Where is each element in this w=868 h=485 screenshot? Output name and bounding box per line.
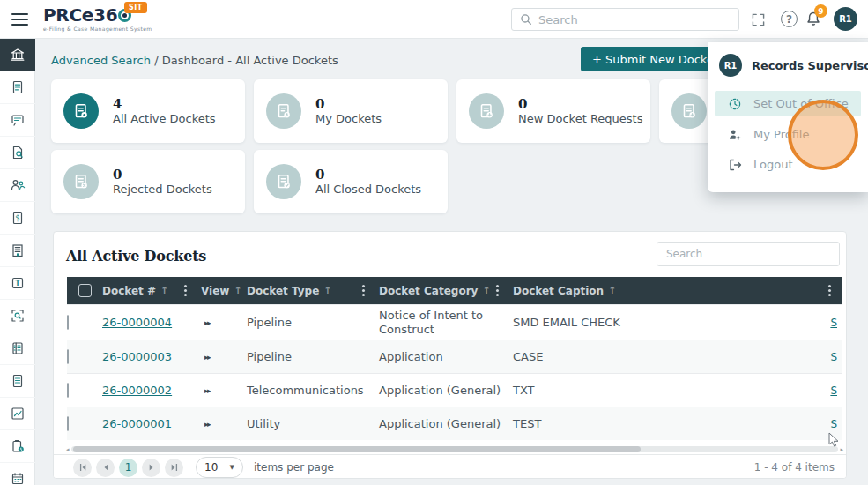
sort-asc-icon[interactable]: ↑ [160, 285, 168, 296]
select-all-checkbox[interactable] [78, 284, 92, 297]
breadcrumb: Advanced Search / Dashboard - All Active… [51, 54, 338, 67]
docket-icon [71, 101, 91, 121]
sidebar-item-users[interactable] [0, 169, 35, 202]
truncated-status-link[interactable]: S [830, 351, 837, 363]
sidebar-item-calendar[interactable] [0, 463, 35, 485]
sidebar-item-messages[interactable] [0, 104, 35, 137]
fullscreen-icon[interactable] [751, 12, 765, 26]
sidebar-item-documents[interactable] [0, 71, 35, 104]
table-row: 26-0000003 ▸▸ Pipeline Application CASE … [67, 340, 842, 373]
docket-type-cell: Pipeline [243, 313, 375, 332]
scrollbar-thumb[interactable] [73, 446, 641, 452]
truncated-status-link[interactable]: S [830, 317, 837, 329]
search-input[interactable] [538, 13, 731, 26]
clock-icon [728, 97, 742, 111]
row-checkbox[interactable] [67, 383, 69, 398]
docket-category-cell: Notice of Intent to Construct [375, 306, 509, 339]
sidebar-item-organizations[interactable] [0, 235, 35, 267]
sidebar-item-tasks[interactable] [0, 430, 35, 463]
document-search-icon [10, 145, 26, 160]
docket-category-cell: Application [375, 347, 509, 367]
menu-item-my-profile[interactable]: My Profile [715, 122, 861, 147]
pager-prev-button[interactable] [96, 459, 115, 477]
column-docket-number[interactable]: Docket # [102, 285, 156, 297]
sort-asc-icon[interactable]: ↑ [608, 285, 616, 296]
docket-caption-cell: CASE [509, 347, 812, 367]
row-checkbox[interactable] [67, 416, 69, 431]
menu-item-set-out-of-office[interactable]: Set Out of Office [715, 91, 861, 116]
page-size-select[interactable]: 10 ▼ [196, 457, 243, 478]
view-docket-icon[interactable]: ▸▸ [197, 386, 243, 395]
sidebar-item-billing[interactable]: $ [0, 202, 35, 235]
table-search-input[interactable] [657, 242, 840, 266]
row-checkbox[interactable] [67, 315, 69, 330]
docket-category-cell: Application (General) [375, 381, 509, 400]
breadcrumb-separator: / [151, 54, 162, 67]
pager-last-button[interactable] [165, 459, 183, 477]
docket-category-cell: Application (General) [375, 414, 509, 434]
table-row: 26-0000002 ▸▸ Telecommunications Applica… [67, 373, 842, 407]
help-icon[interactable]: ? [781, 11, 798, 27]
stat-card-new-docket-requests[interactable]: 0New Docket Requests [456, 79, 650, 143]
stat-card-my-dockets[interactable]: 0My Dockets [254, 79, 448, 143]
person-gear-icon [728, 128, 742, 142]
grid-menu-icon[interactable] [828, 285, 831, 296]
docket-number-link[interactable]: 26-0000004 [99, 316, 197, 329]
sidebar-item-document-search[interactable] [0, 137, 35, 169]
chat-icon [10, 112, 26, 128]
docket-number-link[interactable]: 26-0000001 [99, 417, 197, 430]
view-docket-icon[interactable]: ▸▸ [197, 353, 243, 362]
ledger-icon [10, 340, 26, 356]
all-active-dockets-panel: All Active Dockets Docket #↑ View↑ Docke… [53, 231, 847, 479]
sort-asc-icon[interactable]: ↑ [323, 285, 331, 296]
column-menu-icon[interactable] [184, 285, 187, 296]
building-icon [10, 242, 26, 258]
stat-card-all-active-dockets[interactable]: 4All Active Dockets [51, 79, 245, 143]
sidebar-item-analytics[interactable] [0, 398, 35, 430]
chart-icon [10, 406, 26, 422]
truncated-status-link[interactable]: S [830, 418, 837, 430]
docket-reject-icon [71, 172, 91, 191]
column-menu-icon[interactable] [496, 285, 499, 296]
column-docket-category[interactable]: Docket Category [379, 285, 478, 297]
horizontal-scrollbar[interactable]: ◂ ▸ [66, 446, 843, 453]
column-docket-caption[interactable]: Docket Caption [513, 285, 604, 297]
document-icon [10, 79, 26, 95]
breadcrumb-advanced-search-link[interactable]: Advanced Search [51, 54, 151, 67]
svg-text:$: $ [15, 213, 19, 222]
sidebar-item-dashboard[interactable] [0, 39, 35, 71]
stat-count: 0 [113, 168, 212, 183]
sort-asc-icon[interactable]: ↑ [234, 285, 241, 296]
scroll-right-icon[interactable]: ▸ [840, 446, 843, 453]
docket-number-link[interactable]: 26-0000002 [99, 384, 197, 397]
column-menu-icon[interactable] [362, 285, 365, 296]
sidebar-item-scan-search[interactable] [0, 300, 35, 332]
sidebar-item-ledger[interactable] [0, 332, 35, 365]
pager-next-button[interactable] [142, 459, 160, 477]
view-docket-icon[interactable]: ▸▸ [197, 420, 243, 429]
sort-asc-icon[interactable]: ↑ [482, 285, 490, 296]
menu-item-logout[interactable]: Logout [715, 152, 861, 177]
docket-number-link[interactable]: 26-0000003 [99, 350, 197, 363]
calendar-icon [10, 471, 26, 485]
column-view[interactable]: View [201, 285, 229, 297]
pager-first-button[interactable] [73, 459, 92, 477]
pager-page-1-button[interactable]: 1 [119, 459, 137, 477]
stat-card-all-closed-dockets[interactable]: 0All Closed Dockets [254, 150, 448, 213]
hamburger-menu-icon[interactable] [11, 13, 28, 26]
note-template-icon: T [10, 275, 26, 291]
view-docket-icon[interactable]: ▸▸ [197, 318, 243, 327]
user-name: Records Supervisor 1 [752, 59, 868, 72]
scroll-left-icon[interactable]: ◂ [66, 446, 70, 453]
notification-count-badge: 9 [814, 4, 827, 18]
truncated-status-link[interactable]: S [830, 384, 837, 397]
table-header-row: Docket #↑ View↑ Docket Type↑ Docket Cate… [67, 277, 842, 304]
row-checkbox[interactable] [67, 349, 69, 364]
bank-icon [10, 47, 26, 63]
sidebar-item-reports[interactable] [0, 365, 35, 398]
stat-card-rejected-dockets[interactable]: 0Rejected Dockets [51, 150, 245, 213]
column-docket-type[interactable]: Docket Type [247, 285, 319, 297]
user-avatar[interactable]: R1 [834, 7, 857, 31]
stat-count: 0 [518, 97, 642, 112]
sidebar-item-templates[interactable]: T [0, 267, 35, 300]
